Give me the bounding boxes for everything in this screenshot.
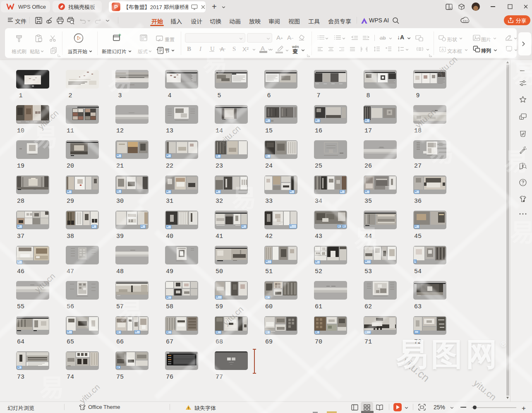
svg-text:P: P (114, 4, 118, 10)
svg-text:A: A (441, 48, 444, 52)
